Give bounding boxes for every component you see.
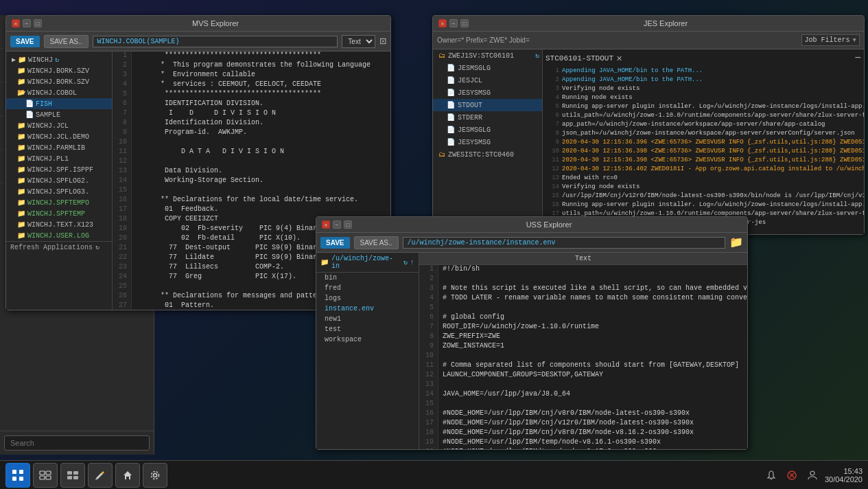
- jes-log-line: 14Verifying node exists: [546, 183, 861, 192]
- jes-filter-dropdown[interactable]: Job Filters ▼: [801, 34, 860, 46]
- mvs-save-as-button[interactable]: SAVE AS..: [44, 35, 89, 48]
- uss-item-new1[interactable]: new1: [316, 314, 419, 324]
- mvs-toolbar: SAVE SAVE AS.. WINCHJ.COBOL(SAMPLE) Text…: [6, 32, 390, 52]
- jes-log-line: 112020-04-30 12:15:36.398 <ZWE:65736> ZW…: [546, 157, 861, 166]
- mvs-type-select[interactable]: Text: [342, 35, 375, 48]
- uss-item-bin[interactable]: bin: [316, 273, 419, 283]
- mvs-tree-parmlib[interactable]: 📁 WINCHJ.PARMLIB: [6, 142, 112, 153]
- mvs-code-line: 10: [113, 138, 390, 148]
- mvs-tree-spftemp2[interactable]: 📁 WINCHJ.SPFTEMP: [6, 208, 112, 219]
- mvs-tree-spflog3[interactable]: 📁 WINCHJ.SPFLOG3.: [6, 186, 112, 197]
- uss-item-instance-env[interactable]: instance.env: [316, 304, 419, 314]
- user-icon[interactable]: [804, 467, 821, 484]
- uss-item-fred[interactable]: fred: [316, 283, 419, 293]
- mvs-max-button[interactable]: □: [34, 19, 42, 27]
- jes-log-stdout[interactable]: 📄 STDOUT: [433, 99, 542, 111]
- mvs-tree-cobol[interactable]: 📂 WINCHJ.COBOL: [6, 87, 112, 98]
- uss-close-button[interactable]: ✕: [322, 220, 330, 229]
- taskbar-home-button[interactable]: [115, 463, 140, 488]
- uss-item-workspace[interactable]: workspace: [316, 334, 419, 345]
- path-refresh-icon[interactable]: ↻: [403, 258, 408, 266]
- mvs-code-line: 1 **************************************: [113, 52, 390, 61]
- jes-log-jesysmsg2[interactable]: 📄 JESYSMSG: [433, 136, 542, 148]
- mvs-tree-bork1[interactable]: 📁 WINCHJ.BORK.SZV: [6, 65, 112, 76]
- mvs-tree-jcl[interactable]: 📁 WINCHJ.JCL: [6, 120, 112, 131]
- mvs-tree-spflog2[interactable]: 📁 WINCHJ.SPFLOG2.: [6, 175, 112, 186]
- uss-code-editor[interactable]: Text 1#!/bin/sh23# Note this script is e…: [419, 253, 747, 449]
- jes-log-jesmsglg[interactable]: 📄 JESMSGLG: [433, 62, 542, 74]
- jes-max-button[interactable]: □: [460, 19, 469, 27]
- mvs-tree-spftemp1[interactable]: 📁 WINCHJ.SPFTEMPO: [6, 197, 112, 208]
- uss-window-controls: ✕ − □: [322, 220, 352, 229]
- jes-close-button[interactable]: ✕: [438, 19, 447, 27]
- mvs-root-item[interactable]: ▶ 📁 WINCHJ ↻: [6, 54, 112, 65]
- jes-log-line: 122020-04-30 12:15:36.402 ZWED0181I - Ap…: [546, 166, 861, 174]
- refresh-applications-btn[interactable]: Refresh Applications ↻: [6, 241, 112, 253]
- taskbar-menu-button[interactable]: [60, 463, 85, 488]
- uss-code-line: 7ROOT_DIR=/u/winchj/zowe-1.10.0/runtime: [419, 323, 747, 332]
- taskbar-settings-button[interactable]: [143, 463, 167, 488]
- svg-rect-4: [40, 471, 45, 475]
- svg-rect-8: [67, 471, 72, 475]
- folder-icon-6: 📁: [17, 144, 25, 152]
- mvs-tree-textx[interactable]: 📁 WINCHJ.TEXT.X123: [6, 219, 112, 230]
- jes-log-jesmsglg2[interactable]: 📄 JESMSGLG: [433, 124, 542, 136]
- folder-nav-icon: 📁: [320, 258, 329, 266]
- taskbar-date: 30/04/2020: [825, 475, 863, 484]
- uss-folder-icon[interactable]: 📁: [729, 236, 743, 249]
- folder-icon-4: 📁: [17, 122, 25, 130]
- mvs-save-button[interactable]: SAVE: [10, 36, 40, 47]
- jes-log-line: 3Verifying node exists: [546, 85, 861, 94]
- folder-icon-11: 📁: [17, 198, 25, 207]
- jes-log-jesjcl[interactable]: 📄 JESJCL: [433, 74, 542, 87]
- svg-rect-9: [73, 471, 78, 475]
- jes-job-2[interactable]: 🗂 ZWESISTC:STC0460: [433, 148, 542, 161]
- jes-log-jesysmsg[interactable]: 📄 JESYSMSG: [433, 87, 542, 99]
- taskbar-apps-button[interactable]: [5, 463, 30, 488]
- log-icon-1: 📄: [447, 64, 455, 72]
- jes-log-container[interactable]: 1Appending JAVA_HOME/bin to the PATH...2…: [546, 67, 861, 228]
- uss-code-line: 6# global config: [419, 313, 747, 323]
- folder-icon-7: 📁: [17, 155, 25, 163]
- jes-minimize-icon[interactable]: −: [854, 52, 861, 65]
- mvs-maximize-icon[interactable]: ⊡: [379, 34, 386, 48]
- uss-save-button[interactable]: SAVE: [320, 237, 350, 249]
- file-icon-1: 📄: [25, 100, 34, 108]
- jes-min-button[interactable]: −: [449, 19, 458, 27]
- uss-min-button[interactable]: −: [333, 220, 341, 229]
- sidebar-search-area: [0, 431, 154, 455]
- jes-output-close[interactable]: ✕: [616, 54, 622, 63]
- uss-item-test[interactable]: test: [316, 324, 419, 334]
- mvs-tree-fish[interactable]: 📄 FISH: [6, 98, 112, 109]
- jes-output-content[interactable]: STC06101-STDOUT ✕ − 1Appending JAVA_HOME…: [543, 49, 864, 234]
- jes-job-1[interactable]: 🗂 ZWEJ1SV:STC06101 ↻: [433, 49, 542, 62]
- uss-item-logs[interactable]: logs: [316, 293, 419, 304]
- notification-icon[interactable]: [763, 467, 779, 484]
- mvs-tree-jcldemo[interactable]: 📁 WINCHJ.JCL.DEMO: [6, 131, 112, 142]
- uss-editor-container[interactable]: 1#!/bin/sh23# Note this script is execut…: [419, 265, 747, 449]
- uss-save-as-button[interactable]: SAVE AS..: [354, 236, 399, 249]
- mvs-min-button[interactable]: −: [23, 19, 31, 27]
- uss-max-button[interactable]: □: [344, 220, 352, 229]
- close-tray-icon[interactable]: [784, 467, 800, 484]
- path-up-icon[interactable]: ↑: [410, 259, 414, 266]
- jes-log-line: 102020-04-30 12:15:36.398 <ZWE:65736> ZW…: [546, 148, 861, 157]
- mvs-tree-bork2[interactable]: 📁 WINCHJ.BORK.SZV: [6, 76, 112, 87]
- uss-code-line: 12LAUNCH_COMPONENT_GROUPS=DESKTOP,GATEWA…: [419, 371, 747, 380]
- svg-rect-1: [19, 470, 23, 474]
- taskbar-windows-button[interactable]: [33, 463, 58, 488]
- uss-titlebar: ✕ − □ USS Explorer: [316, 217, 747, 233]
- mvs-close-button[interactable]: ✕: [12, 19, 20, 27]
- uss-code-line: 1#!/bin/sh: [419, 265, 747, 275]
- jes-log-line: 92020-04-30 12:15:36.396 <ZWE:65736> ZWE…: [546, 139, 861, 148]
- mvs-tree-pl1[interactable]: 📁 WINCHJ.PL1: [6, 153, 112, 164]
- taskbar-edit-button[interactable]: [88, 463, 113, 488]
- mvs-tree-userlog[interactable]: 📁 WINCHJ.USER.LOG: [6, 230, 112, 241]
- mvs-tree-isppf[interactable]: 📁 WINCHJ.SPF.ISPPF: [6, 164, 112, 175]
- jes-log-stderr[interactable]: 📄 STDERR: [433, 111, 542, 124]
- jes-explorer-window: ✕ − □ JES Explorer Owner=* Prefix= ZWE* …: [432, 15, 865, 235]
- log-icon-5: 📄: [447, 113, 455, 122]
- mvs-tree-sample[interactable]: 📄 SAMPLE: [6, 109, 112, 120]
- search-input[interactable]: [4, 435, 150, 451]
- mvs-code-line: 14 Working-Storage Section.: [113, 177, 390, 186]
